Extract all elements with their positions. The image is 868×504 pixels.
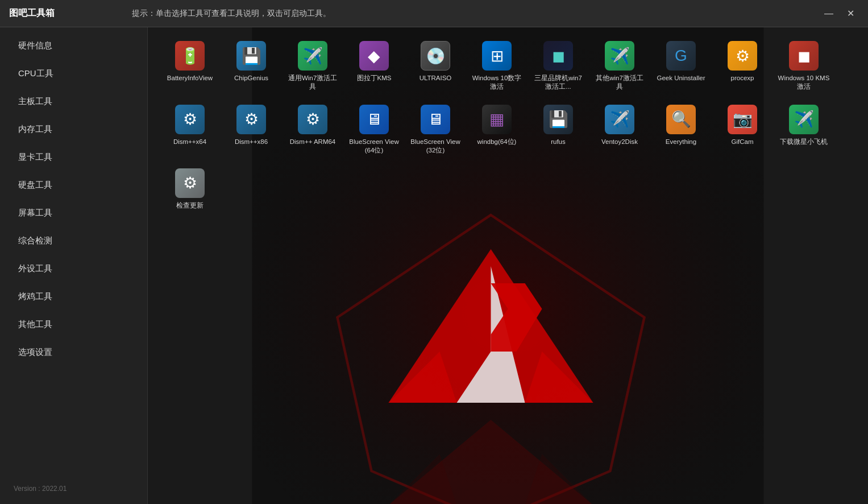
sidebar-item-settings[interactable]: 选项设置 [5,339,143,366]
sidebar-item-gpu[interactable]: 显卡工具 [5,144,143,171]
app-title: 图吧工具箱 [9,7,123,19]
tool-item-ultra[interactable]: 💿ULTRAISO [407,36,464,96]
tool-label-battery: BatteryInfoView [167,74,213,82]
tool-item-dism86[interactable]: ⚙Dism++x86 [223,100,280,159]
tool-item-kms-gen[interactable]: ✈️通用Win7激活工具 [284,36,341,96]
sidebar-item-peripheral[interactable]: 外设工具 [5,255,143,282]
tool-icon-windbg: ▦ [482,105,512,134]
minimize-button[interactable]: — [820,6,838,21]
title-bar: 图吧工具箱 提示：单击选择工具可查看工具说明，双击可启动工具。 — ✕ [0,0,868,27]
tool-item-other-kms[interactable]: ✈️其他win7激活工具 [591,36,648,96]
tool-icon-ultra: 💿 [421,41,450,71]
tool-icon-update: ⚙ [175,168,205,198]
tool-label-update: 检查更新 [176,201,203,210]
tool-icon-kms: ◆ [359,41,389,71]
tool-label-dism86: Dism++x86 [235,138,268,146]
tool-label-geek: Geek Uninstaller [657,74,705,82]
tool-icon-win10kms: ◼ [789,41,819,71]
tool-icon-samsung: ◼ [543,41,573,71]
tool-label-dism64: Dism++x64 [173,138,206,146]
tool-item-blue32[interactable]: 🖥BlueScreen View(32位) [407,100,464,159]
tool-item-gifcam[interactable]: 📷GifCam [714,100,771,159]
tool-item-blue64[interactable]: 🖥BlueScreen View(64位) [346,100,402,159]
tool-item-rufus[interactable]: 💾rufus [530,100,587,159]
tool-item-dismar[interactable]: ⚙Dism++ ARM64 [284,100,341,159]
tool-item-everything[interactable]: 🔍Everything [653,100,709,159]
tool-icon-ventoy: ✈️ [605,105,634,134]
tool-label-ultra: ULTRAISO [420,74,452,82]
tool-item-geek[interactable]: GGeek Uninstaller [653,36,709,96]
tools-grid: 🔋BatteryInfoView💾ChipGenius✈️通用Win7激活工具◆… [148,27,868,224]
tool-label-windbg: windbg(64位) [477,138,517,146]
tool-item-win10[interactable]: ⊞Windows 10数字激活 [468,36,525,96]
tool-icon-rufus: 💾 [543,105,573,134]
tool-item-chip[interactable]: 💾ChipGenius [223,36,280,96]
tool-icon-gifcam: 📷 [728,105,757,134]
sidebar: 硬件信息CPU工具主板工具内存工具显卡工具硬盘工具屏幕工具综合检测外设工具烤鸡工… [0,27,148,504]
sidebar-item-cpu[interactable]: CPU工具 [5,60,143,87]
sidebar-item-memory[interactable]: 内存工具 [5,116,143,143]
tool-item-samsung[interactable]: ◼三星品牌机win7激活工... [530,36,587,96]
sidebar-item-screen[interactable]: 屏幕工具 [5,200,143,226]
hint-text: 提示：单击选择工具可查看工具说明，双击可启动工具。 [123,9,820,19]
tool-item-proc[interactable]: ⚙procexp [714,36,771,96]
tool-label-win10: Windows 10数字激活 [471,74,523,91]
tool-label-win10kms: Windows 10 KMS激活 [778,74,830,91]
tool-icon-dismar: ⚙ [298,105,327,134]
content-area: 🔋BatteryInfoView💾ChipGenius✈️通用Win7激活工具◆… [148,27,868,504]
tool-icon-chip: 💾 [236,41,266,71]
sidebar-item-burnin[interactable]: 烤鸡工具 [5,283,143,310]
tool-icon-dism86: ⚙ [236,105,266,134]
tool-icon-blue64: 🖥 [359,105,389,134]
tool-item-battery[interactable]: 🔋BatteryInfoView [161,36,218,96]
tool-label-samsung: 三星品牌机win7激活工... [532,74,584,91]
tool-label-kms-gen: 通用Win7激活工具 [286,74,339,91]
tool-label-blue64: BlueScreen View(64位) [348,138,400,155]
tool-item-ventoy[interactable]: ✈️Ventoy2Disk [591,100,648,159]
tool-item-xiaofei[interactable]: ✈️下载微星小飞机 [775,100,832,159]
tool-item-kms[interactable]: ◆图拉丁KMS [346,36,402,96]
tool-icon-proc: ⚙ [728,41,757,71]
tool-icon-dism64: ⚙ [175,105,205,134]
sidebar-item-hardware[interactable]: 硬件信息 [5,32,143,59]
sidebar-item-other[interactable]: 其他工具 [5,311,143,338]
tool-icon-xiaofei: ✈️ [789,105,819,134]
tool-item-win10kms[interactable]: ◼Windows 10 KMS激活 [775,36,832,96]
sidebar-item-detect[interactable]: 综合检测 [5,228,143,254]
tool-item-dism64[interactable]: ⚙Dism++x64 [161,100,218,159]
tool-icon-everything: 🔍 [666,105,696,134]
tool-icon-geek: G [666,41,696,71]
tool-label-rufus: rufus [551,138,566,146]
tool-label-ventoy: Ventoy2Disk [601,138,638,146]
tool-icon-kms-gen: ✈️ [298,41,327,71]
tool-icon-other-kms: ✈️ [605,41,634,71]
tool-label-everything: Everything [666,138,696,146]
version-label: Version : 2022.01 [0,478,147,499]
tool-icon-win10: ⊞ [482,41,512,71]
tool-icon-blue32: 🖥 [421,105,450,134]
tool-item-update[interactable]: ⚙检查更新 [161,164,218,214]
tool-label-gifcam: GifCam [732,138,754,146]
tool-label-other-kms: 其他win7激活工具 [593,74,646,91]
tool-label-blue32: BlueScreen View(32位) [409,138,462,155]
main-layout: 硬件信息CPU工具主板工具内存工具显卡工具硬盘工具屏幕工具综合检测外设工具烤鸡工… [0,27,868,504]
tool-label-proc: procexp [731,74,754,82]
tool-item-windbg[interactable]: ▦windbg(64位) [468,100,525,159]
tool-label-kms: 图拉丁KMS [357,74,392,82]
tool-label-dismar: Dism++ ARM64 [290,138,336,146]
tool-label-chip: ChipGenius [234,74,268,82]
tool-icon-battery: 🔋 [175,41,205,71]
sidebar-item-disk[interactable]: 硬盘工具 [5,172,143,199]
window-controls: — ✕ [820,6,859,21]
sidebar-item-motherboard[interactable]: 主板工具 [5,88,143,115]
tool-label-xiaofei: 下载微星小飞机 [780,138,828,146]
close-button[interactable]: ✕ [842,6,859,21]
